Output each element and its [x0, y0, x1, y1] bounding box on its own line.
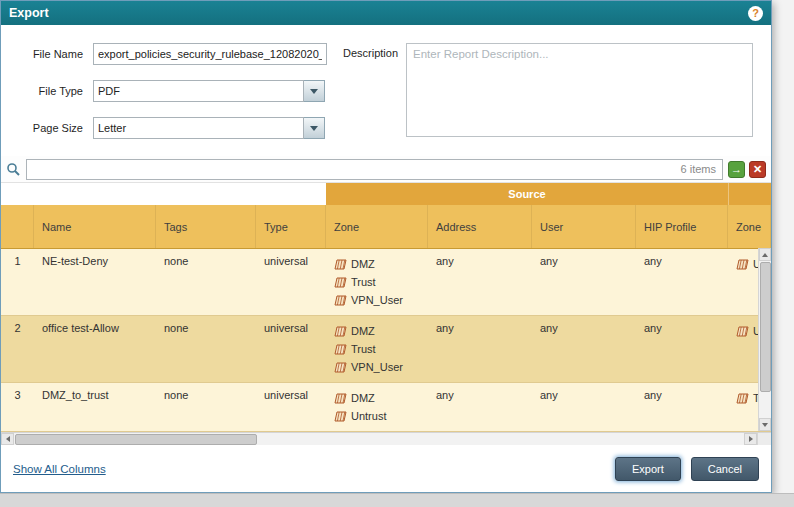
table-row[interactable]: 3DMZ_to_trustnoneuniversalDMZUntrustanya… [1, 383, 771, 432]
chevron-down-icon[interactable] [304, 117, 325, 139]
hip-profile-cell: any [636, 383, 728, 431]
file-type-select[interactable] [93, 80, 325, 102]
apply-filter-button[interactable]: → [728, 161, 745, 178]
horizontal-scroll-thumb[interactable] [15, 434, 257, 445]
page-background [0, 493, 794, 507]
source-zone-cell: DMZUntrust [326, 383, 428, 431]
zone-item: Untrust [334, 407, 420, 425]
source-address-cell: any [428, 316, 532, 382]
column-header-user[interactable]: User [532, 205, 636, 248]
zone-icon [334, 277, 347, 288]
file-name-row: File Name [13, 43, 343, 65]
dialog-titlebar: Export ? [1, 1, 771, 25]
scroll-up-icon[interactable] [759, 248, 771, 261]
search-icon [6, 162, 21, 177]
source-user-cell: any [532, 249, 636, 315]
zone-icon [334, 393, 347, 404]
scroll-left-icon[interactable] [1, 433, 14, 445]
search-bar: 6 items → ✕ [1, 156, 771, 183]
source-zone-cell: DMZTrustVPN_User [326, 249, 428, 315]
description-label: Description [343, 47, 398, 59]
column-header-tags[interactable]: Tags [156, 205, 256, 248]
zone-icon [736, 259, 749, 270]
column-header-name[interactable]: Name [34, 205, 156, 248]
dialog-footer: Show All Columns Export Cancel [1, 445, 771, 493]
tags-cell: none [156, 249, 256, 315]
hip-profile-cell: any [636, 316, 728, 382]
row-number: 1 [1, 249, 34, 315]
zone-item: DMZ [334, 322, 420, 340]
scroll-down-icon[interactable] [759, 418, 771, 431]
clear-filter-button[interactable]: ✕ [749, 161, 766, 178]
source-address-cell: any [428, 383, 532, 431]
scrollbar-corner [757, 433, 771, 445]
table-body: 1NE-test-DenynoneuniversalDMZTrustVPN_Us… [1, 249, 771, 432]
page-size-row: Page Size [13, 117, 343, 139]
table-header-row: NameTagsTypeZoneAddressUserHIP ProfileZo… [1, 205, 771, 249]
source-user-cell: any [532, 383, 636, 431]
vertical-scroll-track[interactable] [759, 261, 771, 418]
type-cell: universal [256, 249, 326, 315]
name-cell: DMZ_to_trust [34, 383, 156, 431]
horizontal-scrollbar[interactable] [1, 432, 771, 445]
row-number: 3 [1, 383, 34, 431]
file-name-label: File Name [13, 48, 83, 60]
scroll-right-icon[interactable] [744, 433, 757, 445]
zone-icon [334, 259, 347, 270]
zone-icon [736, 326, 749, 337]
zone-icon [334, 362, 347, 373]
file-type-value[interactable] [93, 80, 304, 102]
column-header-zone-dest[interactable]: Zone [728, 205, 771, 248]
column-header-num[interactable] [1, 205, 34, 248]
dialog-title: Export [9, 6, 49, 20]
group-header-spacer [1, 183, 326, 205]
zone-item: Trust [334, 273, 420, 291]
source-zone-cell: DMZTrustVPN_User [326, 316, 428, 382]
description-input[interactable] [406, 43, 753, 137]
zone-icon [334, 326, 347, 337]
policies-table: Source NameTagsTypeZoneAddressUserHIP Pr… [1, 183, 771, 432]
page-size-value[interactable] [93, 117, 304, 139]
column-header-address[interactable]: Address [428, 205, 532, 248]
row-number: 2 [1, 316, 34, 382]
source-group-header[interactable]: Source [326, 183, 728, 205]
help-icon[interactable]: ? [748, 6, 763, 21]
table-row[interactable]: 2office test-AllownoneuniversalDMZTrustV… [1, 316, 771, 383]
file-type-row: File Type [13, 80, 343, 102]
export-form: File Name File Type Page Size Descriptio… [1, 25, 771, 156]
source-user-cell: any [532, 316, 636, 382]
filter-input-wrap: 6 items [26, 159, 723, 180]
column-header-type[interactable]: Type [256, 205, 326, 248]
cancel-button[interactable]: Cancel [691, 457, 759, 481]
zone-item: VPN_User [334, 291, 420, 309]
tags-cell: none [156, 316, 256, 382]
page-size-label: Page Size [13, 122, 83, 134]
zone-item: DMZ [334, 255, 420, 273]
zone-icon [334, 295, 347, 306]
vertical-scroll-thumb[interactable] [760, 262, 771, 392]
zone-item: VPN_User [334, 358, 420, 376]
horizontal-scroll-track[interactable] [14, 433, 744, 445]
destination-group-header[interactable] [728, 183, 771, 205]
zone-item: Trust [334, 340, 420, 358]
type-cell: universal [256, 383, 326, 431]
column-header-hip-profile[interactable]: HIP Profile [636, 205, 728, 248]
column-header-zone[interactable]: Zone [326, 205, 428, 248]
export-button[interactable]: Export [615, 457, 681, 481]
zone-icon [334, 411, 347, 422]
filter-input[interactable] [27, 160, 675, 179]
export-dialog: Export ? File Name File Type Page Size [0, 0, 772, 493]
vertical-scrollbar[interactable] [758, 248, 771, 431]
zone-icon [334, 344, 347, 355]
page-size-select[interactable] [93, 117, 325, 139]
show-all-columns-link[interactable]: Show All Columns [13, 463, 106, 475]
file-type-label: File Type [13, 85, 83, 97]
form-left-column: File Name File Type Page Size [13, 43, 343, 154]
zone-icon [736, 393, 749, 404]
table-row[interactable]: 1NE-test-DenynoneuniversalDMZTrustVPN_Us… [1, 249, 771, 316]
type-cell: universal [256, 316, 326, 382]
items-count: 6 items [675, 163, 722, 175]
tags-cell: none [156, 383, 256, 431]
chevron-down-icon[interactable] [304, 80, 325, 102]
file-name-input[interactable] [93, 43, 327, 65]
